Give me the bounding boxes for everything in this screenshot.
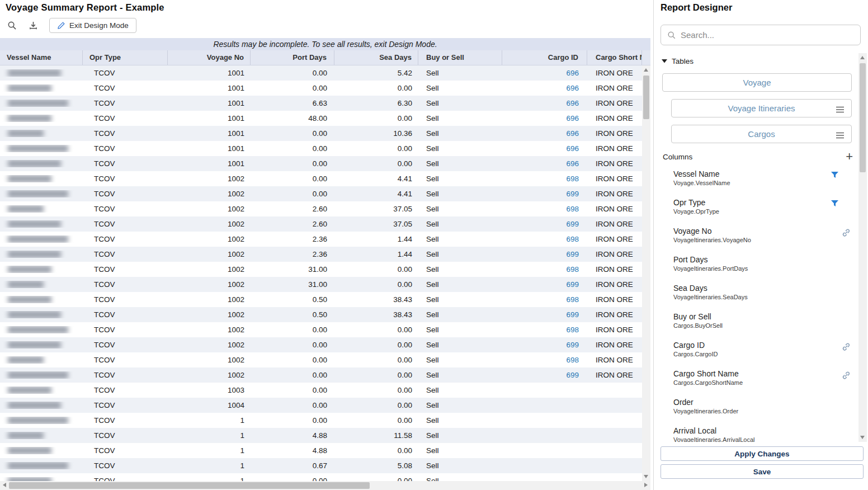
table-row[interactable]: TCOV10.000.00Sell — [0, 473, 642, 481]
table-row[interactable]: TCOV10016.636.30Sell696IRON ORE — [0, 96, 642, 111]
exit-design-mode-button[interactable]: Exit Design Mode — [49, 18, 136, 33]
cargo-id-link[interactable]: 699 — [502, 280, 587, 289]
vertical-scrollbar-thumb[interactable] — [643, 76, 649, 119]
link-icon[interactable] — [842, 371, 851, 380]
table-row[interactable]: TCOV10.675.08Sell — [0, 458, 642, 473]
table-row[interactable]: TCOV100231.000.00Sell698IRON ORE — [0, 262, 642, 277]
table-row[interactable]: TCOV100231.000.00Sell699IRON ORE — [0, 277, 642, 292]
column-header[interactable]: Voyage No — [168, 50, 251, 65]
filter-icon[interactable] — [831, 200, 839, 208]
table-horizontal-scrollbar[interactable] — [0, 481, 650, 490]
add-column-icon[interactable]: + — [846, 152, 853, 161]
designer-column-item[interactable]: Arrival LocalVoyageItineraries.ArrivalLo… — [654, 422, 858, 442]
table-row[interactable]: TCOV10020.5038.43Sell698IRON ORE — [0, 292, 642, 307]
download-icon[interactable] — [28, 20, 38, 30]
cargo-id-link[interactable]: 699 — [502, 250, 587, 258]
designer-scrollbar[interactable] — [858, 53, 867, 442]
column-header[interactable]: Cargo Short Name — [587, 50, 642, 65]
search-icon[interactable] — [7, 20, 17, 30]
filter-icon[interactable] — [831, 171, 839, 179]
tables-section-toggle[interactable]: Tables — [662, 57, 694, 65]
designer-column-item[interactable]: OrderVoyageItineraries.Order — [654, 394, 858, 422]
table-row[interactable]: TCOV10020.000.00Sell699IRON ORE — [0, 337, 642, 352]
designer-search-input[interactable] — [681, 30, 854, 40]
table-row[interactable]: TCOV10040.000.00Sell — [0, 398, 642, 413]
table-row[interactable]: TCOV10.000.00Sell — [0, 413, 642, 428]
cargo-id-link[interactable]: 698 — [502, 205, 587, 213]
designer-column-item[interactable]: Port DaysVoyageItineraries.PortDays — [654, 251, 858, 280]
table-row[interactable]: TCOV14.880.00Sell — [0, 443, 642, 458]
designer-search-box[interactable] — [661, 25, 861, 45]
designer-column-item[interactable]: Opr TypeVoyage.OprType — [654, 194, 858, 223]
cargo-id-link[interactable]: 698 — [502, 265, 587, 274]
table-row[interactable]: TCOV10022.361.44Sell698IRON ORE — [0, 232, 642, 247]
save-button[interactable]: Save — [661, 464, 864, 479]
table-row[interactable]: TCOV14.8811.58Sell — [0, 428, 642, 443]
scroll-right-icon[interactable] — [644, 483, 648, 487]
cargo-id-link[interactable]: 696 — [502, 69, 587, 77]
menu-icon[interactable] — [836, 131, 845, 140]
table-row[interactable]: TCOV10010.000.00Sell696IRON ORE — [0, 156, 642, 171]
table-vertical-scrollbar[interactable] — [642, 65, 650, 481]
cargo-id-link[interactable]: 699 — [502, 371, 587, 379]
page-title: Voyage Summary Report - Example — [6, 2, 164, 13]
table-row[interactable]: TCOV10020.004.41Sell698IRON ORE — [0, 171, 642, 186]
link-icon[interactable] — [842, 342, 851, 351]
menu-icon[interactable] — [836, 105, 845, 115]
cargo-id-link[interactable]: 699 — [502, 220, 587, 228]
vessel-name-redacted — [8, 462, 68, 469]
table-row[interactable]: TCOV10022.6037.05Sell698IRON ORE — [0, 201, 642, 216]
table-row[interactable]: TCOV10020.5038.43Sell699IRON ORE — [0, 307, 642, 322]
table-row[interactable]: TCOV10010.000.00Sell696IRON ORE — [0, 141, 642, 156]
designer-scrollbar-thumb[interactable] — [860, 63, 866, 172]
cargo-id-link[interactable]: 698 — [502, 356, 587, 364]
designer-column-item[interactable]: Buy or SellCargos.BuyOrSell — [654, 308, 858, 337]
table-row[interactable]: TCOV10010.000.00Sell696IRON ORE — [0, 81, 642, 96]
scroll-down-icon[interactable] — [860, 436, 865, 439]
table-row[interactable]: TCOV10020.000.00Sell698IRON ORE — [0, 322, 642, 337]
cargo-id-link[interactable]: 699 — [502, 310, 587, 319]
scroll-up-icon[interactable] — [644, 68, 648, 72]
table-row[interactable]: TCOV10030.000.00Sell — [0, 383, 642, 398]
cargo-id-link[interactable]: 696 — [502, 99, 587, 107]
designer-column-item[interactable]: Voyage NoVoyageItineraries.VoyageNo — [654, 223, 858, 251]
cargo-id-link[interactable]: 696 — [502, 129, 587, 138]
table-button-cargos[interactable]: Cargos — [671, 125, 852, 143]
table-button-voyage[interactable]: Voyage — [662, 73, 852, 92]
cargo-id-link[interactable]: 696 — [502, 144, 587, 153]
table-row[interactable]: TCOV10010.005.42Sell696IRON ORE — [0, 65, 642, 81]
table-row[interactable]: TCOV10020.000.00Sell698IRON ORE — [0, 352, 642, 368]
table-row[interactable]: TCOV10010.0010.36Sell696IRON ORE — [0, 126, 642, 141]
cargo-id-link[interactable]: 696 — [502, 159, 587, 168]
link-icon[interactable] — [842, 228, 851, 237]
table-row[interactable]: TCOV100148.000.00Sell696IRON ORE — [0, 111, 642, 126]
designer-column-item[interactable]: Vessel NameVoyage.VesselName — [654, 166, 858, 194]
table-row[interactable]: TCOV10022.361.44Sell699IRON ORE — [0, 247, 642, 262]
column-header[interactable]: Buy or Sell — [418, 50, 502, 65]
table-row[interactable]: TCOV10022.6037.05Sell699IRON ORE — [0, 216, 642, 232]
scroll-down-icon[interactable] — [644, 475, 648, 478]
cargo-id-link[interactable]: 699 — [502, 190, 587, 198]
cargo-id-link[interactable]: 696 — [502, 114, 587, 123]
apply-changes-button[interactable]: Apply Changes — [661, 446, 864, 461]
column-header[interactable]: Port Days — [251, 50, 334, 65]
column-header[interactable]: Opr Type — [83, 50, 168, 65]
scroll-up-icon[interactable] — [860, 56, 865, 59]
cargo-id-link[interactable]: 698 — [502, 326, 587, 334]
cargo-id-link[interactable]: 699 — [502, 341, 587, 349]
cargo-id-link[interactable]: 696 — [502, 84, 587, 92]
designer-column-item[interactable]: Cargo IDCargos.CargoID — [654, 337, 858, 365]
cargo-id-link[interactable]: 698 — [502, 295, 587, 304]
designer-column-item[interactable]: Cargo Short NameCargos.CargoShortName — [654, 365, 858, 394]
scroll-left-icon[interactable] — [3, 483, 6, 487]
horizontal-scrollbar-thumb[interactable] — [9, 482, 370, 489]
cargo-id-link[interactable]: 698 — [502, 235, 587, 243]
table-row[interactable]: TCOV10020.000.00Sell699IRON ORE — [0, 368, 642, 383]
table-button-voyage-itineraries[interactable]: Voyage Itineraries — [671, 99, 852, 117]
column-header[interactable]: Cargo ID — [502, 50, 587, 65]
designer-column-item[interactable]: Sea DaysVoyageItineraries.SeaDays — [654, 280, 858, 308]
cargo-id-link[interactable]: 698 — [502, 175, 587, 183]
column-header[interactable]: Sea Days — [334, 50, 418, 65]
table-row[interactable]: TCOV10020.004.41Sell699IRON ORE — [0, 186, 642, 201]
column-header[interactable]: Vessel Name — [0, 50, 83, 65]
